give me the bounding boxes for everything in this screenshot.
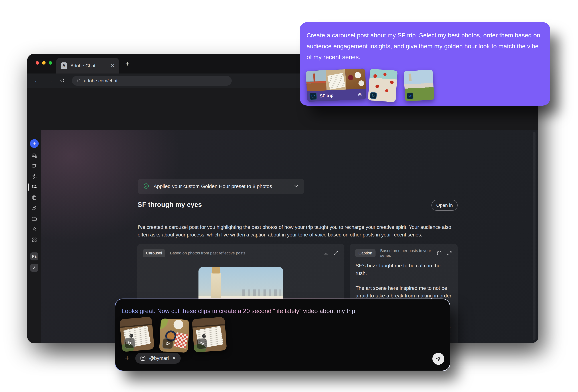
video-clip-attachment-3[interactable]	[192, 317, 227, 352]
chat-sparkle-icon	[31, 184, 37, 190]
play-icon	[124, 337, 136, 349]
video-sparkle-icon	[31, 163, 37, 169]
composer-message-text[interactable]: Looks great. Now cut these clips to crea…	[121, 307, 441, 314]
photoshop-badge-icon[interactable]: Ps	[30, 253, 38, 261]
user-prompt-text: Create a carousel post about my SF trip.…	[306, 30, 544, 62]
result-title: SF through my eyes	[138, 201, 202, 209]
add-attachment-button[interactable]: +	[123, 353, 132, 363]
video-clip-attachment-1[interactable]	[119, 317, 154, 352]
chat-composer[interactable]: Looks great. Now cut these clips to crea…	[115, 299, 450, 371]
park-crowd-dots	[199, 268, 201, 269]
album-count: 96	[358, 92, 362, 97]
check-circle-icon	[143, 183, 149, 190]
status-expander[interactable]: Applied your custom Golden Hour preset t…	[138, 179, 304, 194]
play-icon	[162, 338, 173, 349]
active-indicator	[28, 183, 29, 191]
sidebar: +	[27, 130, 41, 343]
download-icon[interactable]	[323, 251, 329, 256]
folder-icon	[31, 216, 37, 221]
browser-tab[interactable]: A Adobe Chat ✕	[56, 58, 119, 74]
sidebar-item-library[interactable]	[30, 214, 39, 223]
album-title: SF trip	[320, 92, 355, 98]
sidebar-item-chat[interactable]	[30, 183, 39, 191]
traffic-light-minimize[interactable]	[42, 61, 46, 65]
expand-icon[interactable]	[447, 251, 452, 256]
lock-icon	[76, 78, 81, 84]
copy-icon[interactable]	[436, 251, 442, 256]
traffic-light-close[interactable]	[36, 61, 39, 65]
instagram-handle-chip[interactable]: @bymari ✕	[135, 353, 181, 364]
city-skyline	[242, 289, 281, 297]
forward-icon[interactable]: →	[47, 77, 53, 84]
scrollbar[interactable]	[533, 131, 535, 340]
adobe-favicon-icon: A	[61, 62, 67, 69]
play-icon	[196, 338, 207, 349]
instagram-icon	[140, 355, 146, 361]
sidebar-item-apps[interactable]	[30, 235, 39, 244]
sidebar-item-generate-image[interactable]	[30, 151, 39, 160]
lightroom-album-attachment[interactable]: Lr SF trip 96	[306, 68, 366, 102]
tab-close-icon[interactable]: ✕	[111, 63, 115, 69]
chevron-down-icon[interactable]	[293, 183, 299, 189]
send-icon	[435, 356, 441, 362]
mission-tower	[211, 273, 221, 298]
url-text: adobe.com/chat	[84, 78, 117, 84]
caption-badge: Caption	[355, 249, 376, 257]
assistant-description: I've created a carousel post for you hig…	[138, 223, 459, 239]
vector-pen-icon	[31, 226, 37, 232]
open-in-button[interactable]: Open in	[432, 200, 458, 211]
rocket-icon	[31, 205, 37, 211]
carousel-badge: Carousel	[143, 249, 165, 257]
dolores-park-photo-attachment[interactable]: Lr	[404, 70, 434, 101]
carousel-panel-header: Carousel Based on photos from past refle…	[143, 249, 339, 258]
carousel-subtitle: Based on photos from past reflective pos…	[170, 251, 319, 256]
status-text: Applied your custom Golden Hour preset t…	[154, 183, 289, 189]
new-tab-button[interactable]: +	[125, 60, 130, 67]
new-chat-button[interactable]: +	[30, 139, 39, 148]
sidebar-item-files[interactable]	[30, 193, 39, 202]
back-icon[interactable]: ←	[34, 77, 40, 84]
lightroom-icon: Lr	[407, 92, 414, 99]
lightroom-icon: Lr	[370, 92, 377, 99]
sidebar-item-boards[interactable]	[30, 204, 39, 213]
image-add-icon	[31, 153, 37, 158]
lightroom-icon: Lr	[309, 92, 317, 100]
traffic-light-zoom[interactable]	[49, 61, 52, 65]
sidebar-item-vector-edit[interactable]	[30, 225, 39, 234]
adobe-badge-icon[interactable]	[30, 264, 38, 272]
sidebar-item-quick-actions[interactable]	[30, 172, 39, 181]
caption-panel-header: Caption Based on other posts in your ser…	[355, 249, 452, 258]
album-collage	[306, 68, 366, 91]
caption-subtitle: Based on other posts in your series	[380, 248, 432, 258]
copies-icon	[31, 195, 37, 201]
apps-grid-icon	[31, 237, 37, 243]
address-bar[interactable]: adobe.com/chat	[72, 76, 232, 86]
tab-title: Adobe Chat	[70, 63, 107, 69]
remove-handle-icon[interactable]: ✕	[172, 355, 176, 361]
expand-icon[interactable]	[334, 251, 339, 256]
sketchbook-photo	[326, 69, 346, 90]
drinks-photo	[345, 68, 366, 90]
divider	[138, 218, 458, 218]
caption-paragraph: SF’s buzz taught me to be calm in the ru…	[356, 262, 452, 277]
sidebar-divider	[30, 248, 39, 248]
user-prompt-bubble: Create a carousel post about my SF trip.…	[300, 22, 550, 106]
send-button[interactable]	[432, 353, 444, 365]
chinatown-photo-attachment[interactable]: Lr	[368, 69, 398, 102]
reload-icon[interactable]	[60, 78, 65, 84]
video-clip-attachment-2[interactable]	[159, 318, 190, 353]
instagram-handle: @bymari	[149, 355, 169, 361]
sidebar-item-generate-video[interactable]	[30, 162, 39, 171]
flash-sparkle-icon	[31, 174, 37, 179]
golden-gate-photo	[306, 70, 326, 91]
